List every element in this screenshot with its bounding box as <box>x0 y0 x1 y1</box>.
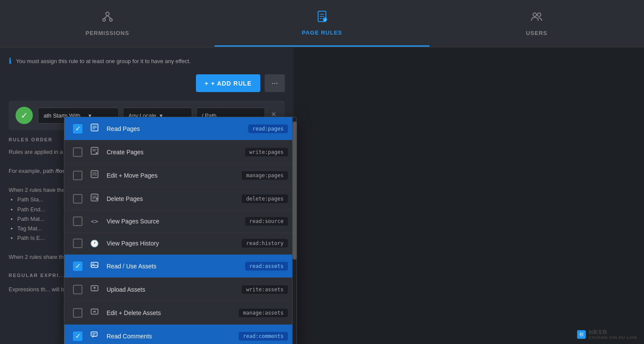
top-navigation: PERMISSIONS ✓ PAGE RULES USERS <box>0 0 644 48</box>
checkbox-delete-pages <box>73 194 82 204</box>
dropdown-item-read-assets[interactable]: ✓ Read / Use Assets read:assets <box>64 255 297 278</box>
svg-line-4 <box>107 16 111 19</box>
delete-pages-label: Delete Pages <box>107 195 235 202</box>
permissions-dropdown: ✓ Read Pages read:pages <box>64 117 297 344</box>
add-icon: + <box>205 80 208 87</box>
svg-line-3 <box>104 16 107 19</box>
scroll-thumb <box>293 121 297 260</box>
read-assets-tag: read:assets <box>245 262 288 271</box>
page-rules-icon: ✓ <box>316 10 328 26</box>
svg-point-2 <box>110 19 112 21</box>
permissions-icon <box>101 10 114 26</box>
read-assets-icon <box>89 261 100 271</box>
users-icon <box>530 10 543 26</box>
checkbox-edit-move-pages <box>73 171 82 180</box>
view-history-label: View Pages History <box>107 240 235 247</box>
edit-move-pages-icon <box>89 170 100 181</box>
checkbox-create-pages <box>73 147 82 157</box>
view-history-tag: read:history <box>242 239 288 248</box>
create-pages-tag: write:pages <box>245 148 288 156</box>
svg-rect-31 <box>91 262 98 268</box>
more-options-button[interactable]: ··· <box>265 74 285 92</box>
brand-icon: 创 <box>577 330 586 339</box>
delete-pages-tag: delete:pages <box>242 194 288 203</box>
nav-users[interactable]: USERS <box>429 0 644 47</box>
branding: 创 创新互联 CHUANG XIN HU LIAN <box>577 329 637 340</box>
view-source-icon: <> <box>89 218 100 225</box>
upload-assets-tag: write:assets <box>242 285 288 294</box>
read-comments-label: Read Comments <box>107 333 232 340</box>
dropdown-item-create-pages[interactable]: Create Pages write:pages <box>64 140 297 164</box>
info-bar: ℹ You must assign this rule to at least … <box>9 56 285 66</box>
view-source-label: View Pages Source <box>107 218 238 225</box>
more-icon: ··· <box>271 79 278 87</box>
checkbox-view-history <box>73 239 82 248</box>
read-pages-tag: read:pages <box>248 124 288 133</box>
svg-rect-39 <box>91 332 97 336</box>
dropdown-item-read-comments[interactable]: ✓ Read Comments read:comments <box>64 325 297 344</box>
checkbox-edit-delete-assets <box>73 308 82 318</box>
edit-move-pages-tag: manage:pages <box>242 171 288 180</box>
svg-point-12 <box>537 13 541 16</box>
upload-assets-label: Upload Assets <box>107 286 235 293</box>
create-pages-icon <box>89 147 100 157</box>
checkbox-view-source <box>73 217 82 226</box>
dropdown-item-edit-delete-assets[interactable]: Edit + Delete Assets manage:assets <box>64 301 297 325</box>
view-source-tag: read:source <box>245 217 288 226</box>
users-label: USERS <box>526 30 547 36</box>
svg-point-11 <box>533 13 537 16</box>
dropdown-item-read-pages[interactable]: ✓ Read Pages read:pages <box>64 117 297 140</box>
dropdown-item-view-source[interactable]: <> View Pages Source read:source <box>64 210 297 233</box>
checkbox-read-pages: ✓ <box>73 124 82 134</box>
upload-assets-icon <box>89 284 100 295</box>
read-comments-icon <box>89 331 100 341</box>
dropdown-item-view-history[interactable]: 🕐 View Pages History read:history <box>64 233 297 255</box>
edit-delete-assets-icon <box>89 307 100 318</box>
add-rule-area: + + ADD RULE ··· <box>9 74 285 92</box>
nav-page-rules[interactable]: ✓ PAGE RULES <box>215 0 429 47</box>
permissions-label: PERMISSIONS <box>85 30 129 36</box>
dropdown-item-delete-pages[interactable]: Delete Pages delete:pages <box>64 187 297 210</box>
read-assets-label: Read / Use Assets <box>107 263 238 270</box>
page-rules-label: PAGE RULES <box>302 29 342 36</box>
add-rule-label: + ADD RULE <box>211 80 252 87</box>
brand-text: 创新互联 CHUANG XIN HU LIAN <box>588 329 637 340</box>
checkbox-read-comments: ✓ <box>73 331 82 341</box>
checkmark-icon: ✓ <box>21 110 28 121</box>
view-history-icon: 🕐 <box>89 239 100 248</box>
svg-point-1 <box>103 19 105 21</box>
dropdown-item-upload-assets[interactable]: Upload Assets write:assets <box>64 278 297 301</box>
nav-permissions[interactable]: PERMISSIONS <box>0 0 215 47</box>
delete-pages-icon <box>89 193 100 204</box>
info-text: You must assign this rule to at least on… <box>16 58 191 64</box>
main-area: ℹ You must assign this rule to at least … <box>0 48 644 344</box>
dropdown-item-edit-move-pages[interactable]: Edit + Move Pages manage:pages <box>64 164 297 187</box>
add-rule-button[interactable]: + + ADD RULE <box>196 74 260 92</box>
svg-point-0 <box>106 12 109 16</box>
scrollbar[interactable] <box>292 117 297 344</box>
right-panel <box>294 48 644 344</box>
read-comments-tag: read:comments <box>239 332 288 341</box>
rule-allow-badge: ✓ <box>16 107 33 124</box>
checkbox-upload-assets <box>73 285 82 294</box>
checkbox-read-assets: ✓ <box>73 261 82 271</box>
read-pages-icon <box>89 123 100 134</box>
svg-text:✓: ✓ <box>324 18 327 22</box>
edit-delete-assets-tag: manage:assets <box>239 309 288 317</box>
create-pages-label: Create Pages <box>107 149 238 156</box>
info-icon: ℹ <box>9 56 12 66</box>
read-pages-label: Read Pages <box>107 125 241 132</box>
edit-move-pages-label: Edit + Move Pages <box>107 172 235 179</box>
edit-delete-assets-label: Edit + Delete Assets <box>107 309 232 316</box>
